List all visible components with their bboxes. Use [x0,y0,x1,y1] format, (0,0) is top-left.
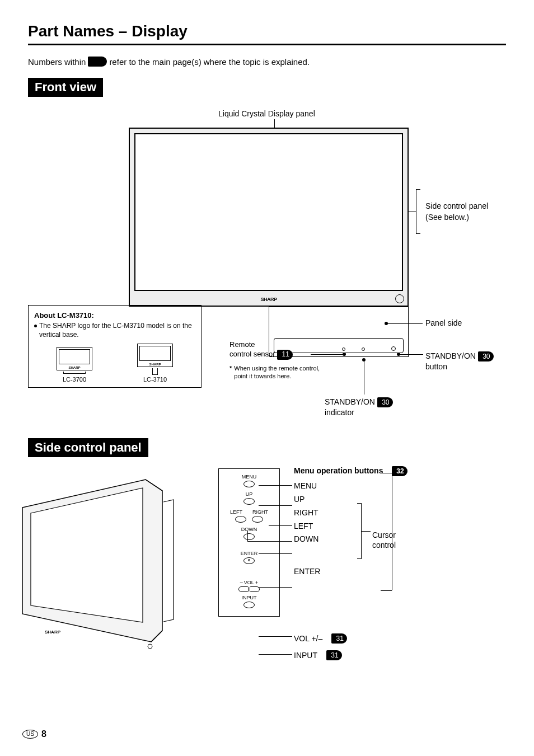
panel-down-label: DOWN [222,527,276,532]
page-ref-icon [88,57,107,67]
tv-side-drawing: SHARP [17,468,190,664]
side-control-panel-section: Side control panel [28,438,148,457]
tv-screen [134,133,403,291]
panel-input-label: INPUT [222,595,276,600]
panel-up-label: UP [222,492,276,497]
page-ref-30-indicator: 30 [377,397,393,407]
side-control-panel-label: Side control panel (See below.) [425,201,488,223]
down-button-icon [243,533,255,540]
mini-tv-lc3700: LC-3700 [57,347,92,383]
bullet-icon [34,325,37,327]
power-circle-icon [395,294,404,303]
svg-point-5 [148,644,152,649]
menu-button-icon [243,481,255,487]
mini-tv-lc3710: LC-3710 [137,344,173,383]
page-ref-32: 32 [392,466,407,476]
intro-post: refer to the main page(s) where the topi… [109,57,310,67]
page-title: Part Names – Display [28,22,506,45]
region-badge: US [22,730,38,739]
mini-tv-label-1: LC-3700 [63,376,86,383]
vol-label: VOL +/– [294,634,322,643]
page-ref-31-input: 31 [326,650,342,660]
vol-minus-icon [238,586,249,592]
about-title: About LC-M3710: [34,311,195,320]
front-view-label: Front view [28,78,103,97]
scp-bottom-labels: VOL +/– 31 INPUT 31 [294,633,347,667]
mini-tv-label-2: LC-3710 [143,376,167,383]
up-label: UP [294,493,407,506]
intro-pre: Numbers within [28,57,86,67]
input-label: INPUT [294,651,317,660]
svg-text:SHARP: SHARP [45,630,61,635]
tv-brand: SHARP [260,297,277,302]
right-label: RIGHT [294,506,407,520]
menu-ops-title: Menu operation buttons [294,466,383,475]
page-ref-11: 11 [277,350,293,360]
standby-on-button-label: STANDBY/ON 30 button [425,351,494,372]
intro-line: Numbers within refer to the main page(s)… [28,57,506,67]
panel-vol-label: VOL [244,580,254,585]
lcd-panel-label: Liquid Crystal Display panel [218,109,315,118]
up-button-icon [243,498,255,505]
tv-front: SHARP [129,128,409,307]
panel-side-label: Panel side [425,318,462,327]
page-ref-31-vol: 31 [331,633,347,644]
page-ref-30-button: 30 [478,351,494,361]
enter-label: ENTER [294,565,407,579]
page-number: 8 [41,729,46,739]
remote-sensor-label: Remote control sensor 11 [229,340,302,360]
left-button-icon [235,516,246,523]
standby-on-indicator-label: STANDBY/ON 30 indicator [325,397,393,417]
panel-left-label: LEFT [230,509,242,515]
scp-labels: Menu operation buttons 32 MENU UP RIGHT … [294,466,407,579]
remote-sensor-note: * When using the remote control, point i… [229,364,325,381]
panel-right-label: RIGHT [252,509,268,515]
about-text: The SHARP logo for the LC-M3710 model is… [39,322,195,339]
panel-menu-label: MENU [222,475,276,480]
front-view-diagram: Liquid Crystal Display panel SHARP Side … [28,97,506,421]
side-control-diagram: SHARP MENU UP LEFT RIGHT DOWN ENTER – VO… [28,457,506,715]
page-footer: US 8 [22,729,46,739]
about-box: About LC-M3710: The SHARP logo for the L… [28,305,202,388]
right-button-icon [252,516,263,523]
enter-button-icon [243,557,255,564]
menu-label: MENU [294,480,407,493]
input-button-icon [243,602,255,608]
button-column: MENU UP LEFT RIGHT DOWN ENTER – VOL + [218,468,280,617]
